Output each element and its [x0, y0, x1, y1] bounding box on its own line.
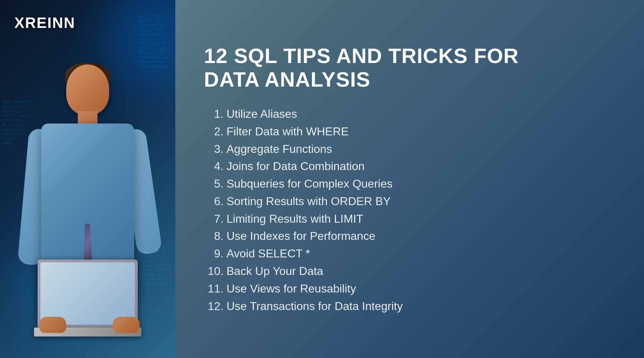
title-line-1: 12 SQL TIPS AND TRICKS FOR [204, 44, 519, 67]
left-panel: SELECT * FROM users WHERE id = 42; INSER… [0, 0, 175, 358]
title-line-2: DATA ANALYSIS [204, 68, 370, 91]
tip-number-9: 9. [204, 247, 224, 260]
tip-text-5: Subqueries for Complex Queries [226, 176, 392, 192]
tip-text-2: Filter Data with WHERE [226, 124, 348, 140]
tip-item-3: 3.Aggregate Functions [204, 141, 615, 157]
tip-text-11: Use Views for Reusability [226, 281, 356, 297]
tip-number-10: 10. [204, 265, 224, 278]
tip-item-1: 1.Utilize Aliases [204, 106, 615, 122]
tip-number-5: 5. [204, 177, 224, 190]
tip-text-12: Use Transactions for Data Integrity [226, 298, 403, 314]
tip-number-7: 7. [204, 212, 224, 226]
brand-logo: XREINN [14, 14, 75, 32]
tips-list: 1.Utilize Aliases2.Filter Data with WHER… [204, 106, 615, 314]
main-title: 12 SQL TIPS AND TRICKS FOR DATA ANALYSIS [204, 44, 615, 92]
tip-text-4: Joins for Data Combination [226, 158, 365, 174]
tip-text-6: Sorting Results with ORDER BY [226, 193, 391, 209]
tip-number-3: 3. [204, 142, 224, 156]
tip-number-6: 6. [204, 195, 224, 208]
tip-item-10: 10.Back Up Your Data [204, 263, 615, 279]
tip-item-9: 9.Avoid SELECT * [204, 246, 615, 262]
person-hand-right [113, 317, 140, 333]
tip-text-1: Utilize Aliases [226, 106, 297, 122]
person-hand-left [39, 317, 66, 333]
tip-item-6: 6.Sorting Results with ORDER BY [204, 193, 615, 209]
right-panel: 12 SQL TIPS AND TRICKS FOR DATA ANALYSIS… [175, 0, 644, 358]
tip-item-12: 12.Use Transactions for Data Integrity [204, 298, 615, 314]
tip-item-5: 5.Subqueries for Complex Queries [204, 176, 615, 192]
person-head [66, 64, 109, 115]
tip-item-11: 11.Use Views for Reusability [204, 281, 615, 297]
tip-number-12: 12. [204, 300, 224, 313]
tip-text-9: Avoid SELECT * [226, 246, 310, 262]
tip-number-2: 2. [204, 125, 224, 138]
tip-item-2: 2.Filter Data with WHERE [204, 124, 615, 140]
tip-number-1: 1. [204, 107, 224, 121]
tip-item-4: 4.Joins for Data Combination [204, 158, 615, 174]
tip-number-11: 11. [204, 282, 224, 295]
person-figure [13, 36, 163, 358]
tip-item-7: 7.Limiting Results with LIMIT [204, 211, 615, 227]
tip-text-3: Aggregate Functions [226, 141, 332, 157]
tip-text-10: Back Up Your Data [226, 263, 323, 279]
tip-text-8: Use Indexes for Performance [226, 228, 375, 244]
tip-text-7: Limiting Results with LIMIT [226, 211, 363, 227]
laptop-screen-inner [40, 262, 135, 325]
tip-number-8: 8. [204, 229, 224, 243]
tip-number-4: 4. [204, 160, 224, 173]
tip-item-8: 8.Use Indexes for Performance [204, 228, 615, 244]
